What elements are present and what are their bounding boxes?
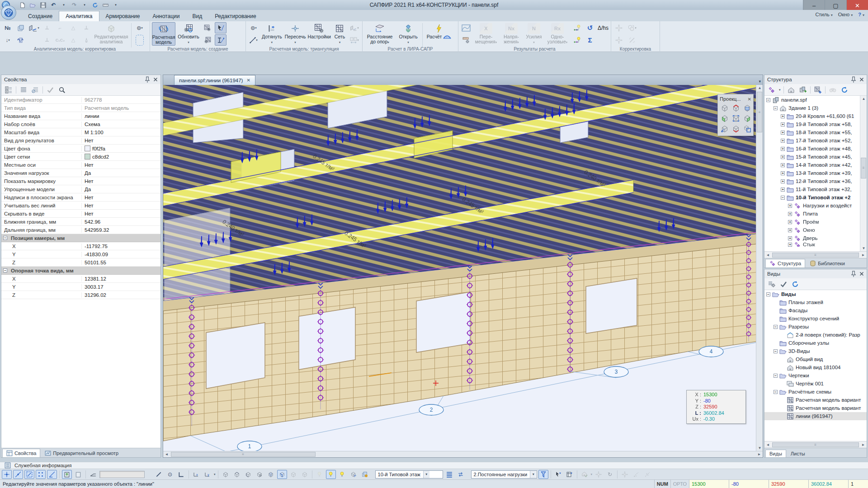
box-view4-icon[interactable] xyxy=(255,470,264,479)
num-lock-indicator[interactable]: NUM xyxy=(654,480,670,488)
prop-row[interactable]: Название видалинии xyxy=(1,112,160,120)
axis-point-icon[interactable]: ⊙▾ xyxy=(134,22,146,33)
support-hatch-icon[interactable]: ⍙ xyxy=(80,34,92,46)
mesh-gear-icon[interactable] xyxy=(202,22,213,33)
storey-swap-icon[interactable] xyxy=(456,470,466,479)
tree-item[interactable]: Здание 1 (3) xyxy=(764,104,860,112)
tree-item[interactable]: 2-й поверх (типовий): Разр xyxy=(764,331,867,339)
apply-check-icon[interactable] xyxy=(46,85,55,94)
support-hinge-icon[interactable]: ⌐ xyxy=(54,22,66,33)
delta-hs-icon[interactable]: Δ/hs xyxy=(597,22,609,33)
ortho-corner-icon[interactable] xyxy=(176,470,186,479)
wall-section-icon[interactable]: ▾ xyxy=(28,22,40,33)
forces-button[interactable]: N Усилия▾ xyxy=(524,22,544,46)
prop-group-camera[interactable]: Позиция камеры, мм xyxy=(1,234,160,242)
calc-button[interactable]: Расчёт xyxy=(425,22,453,46)
prop-row[interactable]: Масштаб видаМ 1:100 xyxy=(1,128,160,136)
prop-row[interactable]: Y3003.17 xyxy=(1,283,160,291)
color-swatch[interactable] xyxy=(85,145,90,151)
tree-item[interactable]: 3D-Виды xyxy=(764,347,867,355)
add-mesh-icon[interactable] xyxy=(813,85,822,94)
support-vert-icon[interactable]: ⊥ xyxy=(80,22,92,33)
tree-item[interactable]: Дверь xyxy=(764,234,860,242)
service-info-label[interactable]: Служебная информация xyxy=(14,463,71,468)
tree-item[interactable]: Сборочные узлы xyxy=(764,339,867,347)
apply-view-icon[interactable] xyxy=(779,280,788,289)
storey-list-icon[interactable] xyxy=(444,470,454,479)
tab-vid[interactable]: Вид xyxy=(186,11,208,21)
tab-analitika[interactable]: Аналитика xyxy=(59,11,99,21)
mosaic-results-icon[interactable] xyxy=(460,22,472,33)
layers-icon[interactable] xyxy=(15,22,27,33)
box-view1-icon[interactable] xyxy=(221,470,231,479)
viewport-horizontal-scrollbar[interactable]: ◄ ≡ ► xyxy=(163,451,763,457)
tree-item-selected[interactable]: линии (961947) xyxy=(764,412,867,420)
prop-row-color-grid[interactable]: Цвет сеткиc8dcd2 xyxy=(1,153,160,161)
tree-item[interactable]: Расчетная модель вариант xyxy=(764,396,867,404)
tree-item[interactable]: Конструктор сечений xyxy=(764,314,867,323)
prop-group-anchor[interactable]: Опорная точка вида, мм xyxy=(1,267,160,275)
tree-item[interactable]: 14-й Типовой этаж +42, xyxy=(764,161,860,169)
prop-row[interactable]: Z31296.02 xyxy=(1,291,160,299)
clipboard-icon[interactable] xyxy=(73,470,83,479)
snap-angle-icon[interactable] xyxy=(47,470,57,479)
line-mode-icon[interactable] xyxy=(154,470,164,479)
extend-button[interactable]: Дотянуть▾ xyxy=(261,22,283,46)
support-frame-icon[interactable]: △ xyxy=(67,22,79,33)
clipboard-up-icon[interactable] xyxy=(62,470,72,479)
settings-button[interactable]: Настройки xyxy=(307,22,331,46)
view-cube-corner[interactable] xyxy=(720,124,730,133)
views-horizontal-scrollbar[interactable]: ◄≡► xyxy=(764,441,867,448)
tree-item[interactable]: 16-й Типовой этаж +48, xyxy=(764,145,860,153)
center-point-icon[interactable]: ⊙▾ xyxy=(248,22,259,33)
edit-result-icon[interactable]: ↺ xyxy=(584,22,596,33)
ucs-x-icon[interactable]: x xyxy=(191,470,201,479)
prop-row[interactable]: Z50101.55 xyxy=(1,258,160,267)
color-swatch[interactable] xyxy=(85,154,90,160)
select-line-icon[interactable] xyxy=(215,22,226,33)
application-menu-button[interactable] xyxy=(1,5,16,20)
tree-item[interactable]: Фасады xyxy=(764,306,867,314)
stresses-button[interactable]: Nx Напря-жения▾ xyxy=(500,22,523,46)
tab-list-arrow[interactable]: ▾ xyxy=(759,79,761,84)
prop-row[interactable]: Идентификатор962778 xyxy=(1,96,160,104)
structure-vertical-scrollbar[interactable]: ▲ ≡ ▼ xyxy=(860,96,867,251)
beam-line-icon[interactable] xyxy=(215,34,226,46)
tree-item[interactable]: Проём xyxy=(764,218,860,226)
contour-pill-icon[interactable] xyxy=(134,34,146,46)
tab-close-icon[interactable]: ✕ xyxy=(246,78,250,83)
prop-row[interactable]: Вид для результатовНет xyxy=(1,136,160,145)
prop-row[interactable]: Скрывать в видеНет xyxy=(1,210,160,218)
support-pin-icon[interactable]: ⊥ xyxy=(41,22,53,33)
snap-node-icon[interactable] xyxy=(2,470,12,479)
load-arrow-icon[interactable]: ↓▾ xyxy=(2,34,14,46)
list-view-icon[interactable] xyxy=(19,85,28,94)
ucs-y-icon[interactable]: y xyxy=(203,470,212,479)
nodes-lamp-on-icon[interactable] xyxy=(571,34,583,46)
panel-size-icon[interactable]: ▾ xyxy=(349,34,360,46)
rotate-copy-icon[interactable]: ▾ xyxy=(626,22,638,33)
box-view3-icon[interactable] xyxy=(243,470,253,479)
box-gray1-icon[interactable] xyxy=(288,470,298,479)
measure-angle-icon[interactable] xyxy=(631,470,641,479)
tree-item[interactable]: Чертежи xyxy=(764,371,867,380)
paint-storey-icon[interactable] xyxy=(360,470,370,479)
loadcase-select[interactable]: 2.Постоянные нагрузки▾ xyxy=(471,470,537,479)
tab-annotacii[interactable]: Аннотации xyxy=(146,11,186,21)
view-cube-double[interactable] xyxy=(742,124,752,133)
refresh-views-icon[interactable] xyxy=(791,280,800,289)
ortho-indicator[interactable]: ОРТО xyxy=(670,480,689,488)
tab-properties[interactable]: Свойства xyxy=(2,449,40,457)
filter-props-icon[interactable] xyxy=(31,85,40,94)
tree-item[interactable]: Новый вид 181004 xyxy=(764,363,867,371)
prop-row[interactable]: Учитывать вес линийНет xyxy=(1,202,160,210)
slab-pin-icon[interactable]: ▾ xyxy=(349,22,360,33)
tree-item[interactable]: Окно xyxy=(764,226,860,234)
tab-sozdanie[interactable]: Создание xyxy=(22,11,59,21)
view-cube-center[interactable] xyxy=(731,114,741,123)
lamp-on-icon[interactable] xyxy=(337,470,347,479)
view-settings-icon[interactable] xyxy=(767,280,776,289)
tree-item[interactable]: Нагрузки и воздейст xyxy=(764,202,860,210)
find-icon[interactable] xyxy=(828,85,837,94)
home-dropdown-arrow[interactable]: ▾ xyxy=(591,473,593,476)
